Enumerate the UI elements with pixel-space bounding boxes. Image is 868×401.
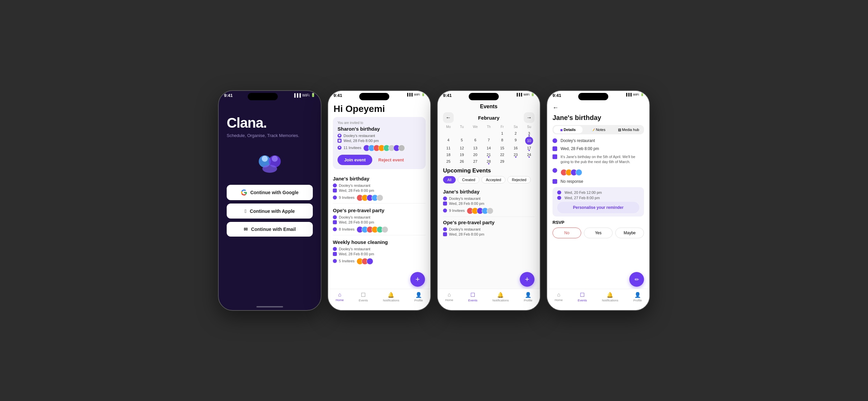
nav-notifications-p3[interactable]: 🔔Notifications: [492, 292, 509, 305]
email-signin-button[interactable]: ✉ Continue with Email: [227, 222, 313, 237]
calendar-cell[interactable]: 17: [523, 145, 536, 151]
nav-profile-p4[interactable]: 👤Profile: [633, 292, 642, 305]
calendar-cell[interactable]: 24: [523, 151, 536, 158]
calendar-cell[interactable]: 9: [509, 137, 522, 145]
calendar-cell[interactable]: 19: [455, 151, 468, 158]
event-item-2[interactable]: Weekly house cleaning Dooley's restauran…: [333, 237, 426, 267]
add-event-fab-p3[interactable]: +: [520, 272, 534, 287]
nav-events-p2[interactable]: ☐Events: [359, 292, 368, 305]
google-signin-button[interactable]: Continue with Google: [227, 185, 313, 200]
calendar-cell[interactable]: 26: [455, 158, 468, 165]
apple-signin-button[interactable]:  Continue with Apple: [227, 203, 313, 219]
rsvp-label: RSVP: [553, 220, 644, 225]
nav-events-p4[interactable]: ☐Events: [578, 292, 587, 305]
calendar-cell[interactable]: [469, 130, 482, 137]
upcoming-events-list: Jane's birthday Dooley's restaurant Wed,…: [438, 186, 540, 238]
svg-rect-6: [339, 140, 341, 142]
calendar-cell[interactable]: 10: [523, 137, 536, 145]
prev-month-button[interactable]: ←: [443, 112, 454, 123]
nav-home-p4[interactable]: ⌂Home: [555, 292, 562, 305]
filter-tab-rejected[interactable]: Rejected: [507, 176, 530, 183]
details-icon: ◼: [560, 128, 562, 132]
signal-icon-p4: ▐▐▐: [625, 93, 632, 96]
calendar-cell[interactable]: 1: [495, 130, 509, 137]
edit-event-fab[interactable]: ✏: [629, 272, 644, 287]
add-event-fab[interactable]: +: [410, 272, 425, 287]
detail-invitees: [553, 168, 644, 176]
calendar-month: February: [478, 115, 499, 121]
status-time-p4: 9:41: [553, 93, 561, 98]
calendar-cell[interactable]: 5: [455, 137, 468, 145]
calendar-cell[interactable]: 4: [442, 137, 455, 145]
invite-avatars: [363, 145, 405, 151]
calendar-cell[interactable]: 27: [469, 158, 482, 165]
calendar-cell[interactable]: 18: [442, 151, 455, 158]
invite-card: You are invited to Sharon's birthday Doo…: [333, 117, 426, 169]
status-icons-p4: ▐▐▐ WiFi 🔋: [625, 93, 644, 96]
calendar-cell[interactable]: 15: [495, 145, 509, 151]
nav-profile-p2[interactable]: 👤Profile: [414, 292, 423, 305]
personalize-reminder-button[interactable]: Personalise your reminder: [557, 202, 639, 213]
upcoming-event-0[interactable]: Jane's birthday Dooley's restaurant Wed,…: [443, 186, 534, 217]
home-icon: ⌂: [338, 292, 342, 298]
invite-datetime: Wed, 28 Feb 8:00 pm: [338, 139, 421, 143]
status-icons-p3: ▐▐▐ WiFi 🔋: [516, 93, 534, 96]
calendar-cell[interactable]: 12: [455, 145, 468, 151]
calendar-cell[interactable]: [455, 130, 468, 137]
status-icons-p2: ▐▐▐ WiFi 🔋: [406, 93, 425, 96]
invite-invitees: 11 Invitees: [338, 144, 421, 151]
calendar-cell[interactable]: [523, 158, 536, 165]
next-month-button[interactable]: →: [524, 112, 534, 123]
calendar-cell[interactable]: 21: [482, 151, 495, 158]
event-list: Jane's birthday Dooley's restaurant Wed,…: [333, 173, 426, 267]
calendar-cell[interactable]: 25: [442, 158, 455, 165]
location-detail-icon: [553, 138, 557, 143]
event-item-0[interactable]: Jane's birthday Dooley's restaurant Wed,…: [333, 173, 426, 205]
calendar-cell[interactable]: 3: [523, 130, 536, 137]
calendar-cell[interactable]: 11: [442, 145, 455, 151]
tab-details[interactable]: ◼ Details: [554, 126, 583, 133]
calendar-cell[interactable]: 22: [495, 151, 509, 158]
avatars-2: [356, 258, 373, 265]
bell-icon: 🔔: [497, 292, 504, 298]
calendar-cell[interactable]: 2: [509, 130, 522, 137]
nav-notifications-p2[interactable]: 🔔Notifications: [383, 292, 399, 305]
nav-home-p2[interactable]: ⌂Home: [336, 292, 344, 305]
profile-icon: 👤: [634, 292, 641, 298]
location-icon: [338, 134, 342, 138]
calendar-cell[interactable]: [509, 158, 522, 165]
calendar-cell[interactable]: 8: [495, 137, 509, 145]
nav-events-p3[interactable]: ☐Events: [468, 292, 477, 305]
rsvp-yes-button[interactable]: Yes: [584, 228, 613, 238]
calendar-cell[interactable]: 16: [509, 145, 522, 151]
tab-notes[interactable]: 📝 Notes: [584, 126, 613, 133]
avatar: [398, 145, 405, 151]
calendar-cell[interactable]: 23: [509, 151, 522, 158]
filter-tab-created[interactable]: Created: [458, 176, 479, 183]
nav-home-p3[interactable]: ⌂Home: [445, 292, 453, 305]
tab-media[interactable]: 🖼 Media hub: [614, 126, 643, 133]
filter-tab-all[interactable]: All: [443, 176, 456, 183]
calendar-cell[interactable]: 20: [469, 151, 482, 158]
upcoming-event-1[interactable]: Ope's pre-travel party Dooley's restaura…: [443, 217, 534, 238]
nav-profile-p3[interactable]: 👤Profile: [524, 292, 532, 305]
calendar-cell[interactable]: 7: [482, 137, 495, 145]
join-event-button[interactable]: Join event: [338, 155, 372, 165]
nav-notifications-p4[interactable]: 🔔Notifications: [602, 292, 618, 305]
calendar-cell[interactable]: [442, 130, 455, 137]
calendar-cell[interactable]: 13: [469, 145, 482, 151]
invite-actions: Join event Reject event: [338, 155, 421, 165]
ppl-icon: [333, 259, 337, 263]
calendar-cell[interactable]: 14: [482, 145, 495, 151]
back-button[interactable]: ←: [553, 104, 644, 111]
calendar-grid: MoTuWeThFrSaSu 1234567891011121314151617…: [438, 125, 540, 165]
calendar-cell[interactable]: 28: [482, 158, 495, 165]
rsvp-maybe-button[interactable]: Maybe: [615, 228, 644, 238]
reject-event-button[interactable]: Reject event: [375, 155, 407, 165]
calendar-cell[interactable]: 29: [495, 158, 509, 165]
calendar-cell[interactable]: [482, 130, 495, 137]
event-item-1[interactable]: Ope's pre-travel party Dooley's restaura…: [333, 205, 426, 237]
rsvp-no-button[interactable]: No: [553, 228, 581, 238]
calendar-cell[interactable]: 6: [469, 137, 482, 145]
filter-tab-accepted[interactable]: Accepted: [482, 176, 505, 183]
